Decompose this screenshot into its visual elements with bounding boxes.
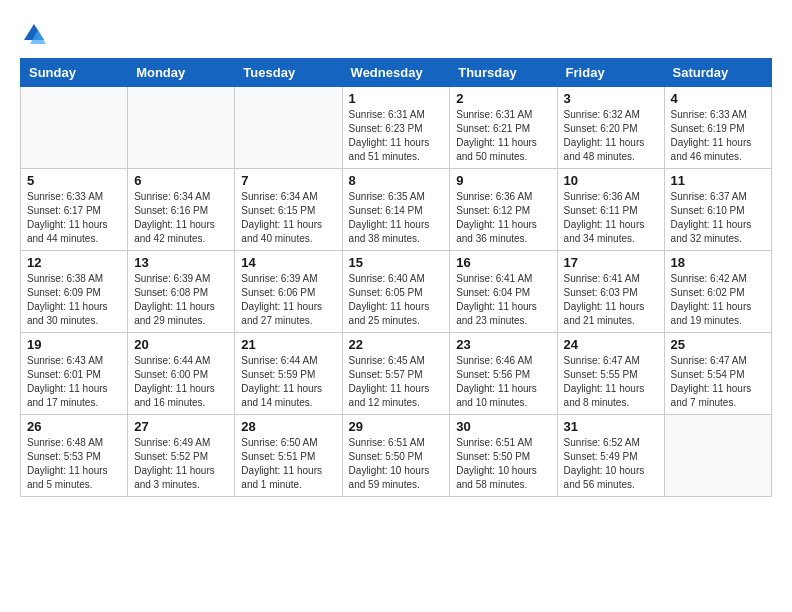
day-number: 17 bbox=[564, 255, 658, 270]
calendar-cell: 4Sunrise: 6:33 AM Sunset: 6:19 PM Daylig… bbox=[664, 87, 771, 169]
day-info: Sunrise: 6:31 AM Sunset: 6:23 PM Dayligh… bbox=[349, 108, 444, 164]
day-info: Sunrise: 6:40 AM Sunset: 6:05 PM Dayligh… bbox=[349, 272, 444, 328]
calendar-cell: 9Sunrise: 6:36 AM Sunset: 6:12 PM Daylig… bbox=[450, 169, 557, 251]
calendar-week-1: 1Sunrise: 6:31 AM Sunset: 6:23 PM Daylig… bbox=[21, 87, 772, 169]
weekday-header-tuesday: Tuesday bbox=[235, 59, 342, 87]
day-info: Sunrise: 6:34 AM Sunset: 6:16 PM Dayligh… bbox=[134, 190, 228, 246]
day-info: Sunrise: 6:47 AM Sunset: 5:54 PM Dayligh… bbox=[671, 354, 765, 410]
day-info: Sunrise: 6:31 AM Sunset: 6:21 PM Dayligh… bbox=[456, 108, 550, 164]
calendar-cell: 20Sunrise: 6:44 AM Sunset: 6:00 PM Dayli… bbox=[128, 333, 235, 415]
calendar-cell bbox=[128, 87, 235, 169]
day-number: 16 bbox=[456, 255, 550, 270]
day-number: 4 bbox=[671, 91, 765, 106]
day-info: Sunrise: 6:49 AM Sunset: 5:52 PM Dayligh… bbox=[134, 436, 228, 492]
day-number: 8 bbox=[349, 173, 444, 188]
weekday-header-sunday: Sunday bbox=[21, 59, 128, 87]
day-info: Sunrise: 6:50 AM Sunset: 5:51 PM Dayligh… bbox=[241, 436, 335, 492]
day-info: Sunrise: 6:39 AM Sunset: 6:08 PM Dayligh… bbox=[134, 272, 228, 328]
day-number: 3 bbox=[564, 91, 658, 106]
day-number: 15 bbox=[349, 255, 444, 270]
day-number: 28 bbox=[241, 419, 335, 434]
calendar-cell bbox=[664, 415, 771, 497]
logo-icon bbox=[20, 20, 48, 48]
calendar-cell: 29Sunrise: 6:51 AM Sunset: 5:50 PM Dayli… bbox=[342, 415, 450, 497]
day-number: 7 bbox=[241, 173, 335, 188]
day-number: 13 bbox=[134, 255, 228, 270]
day-info: Sunrise: 6:32 AM Sunset: 6:20 PM Dayligh… bbox=[564, 108, 658, 164]
weekday-header-wednesday: Wednesday bbox=[342, 59, 450, 87]
day-info: Sunrise: 6:42 AM Sunset: 6:02 PM Dayligh… bbox=[671, 272, 765, 328]
day-number: 23 bbox=[456, 337, 550, 352]
day-info: Sunrise: 6:44 AM Sunset: 5:59 PM Dayligh… bbox=[241, 354, 335, 410]
calendar-week-5: 26Sunrise: 6:48 AM Sunset: 5:53 PM Dayli… bbox=[21, 415, 772, 497]
day-number: 27 bbox=[134, 419, 228, 434]
calendar-cell: 24Sunrise: 6:47 AM Sunset: 5:55 PM Dayli… bbox=[557, 333, 664, 415]
calendar-cell bbox=[235, 87, 342, 169]
day-info: Sunrise: 6:52 AM Sunset: 5:49 PM Dayligh… bbox=[564, 436, 658, 492]
weekday-header-thursday: Thursday bbox=[450, 59, 557, 87]
day-number: 31 bbox=[564, 419, 658, 434]
calendar-cell: 8Sunrise: 6:35 AM Sunset: 6:14 PM Daylig… bbox=[342, 169, 450, 251]
calendar-cell: 13Sunrise: 6:39 AM Sunset: 6:08 PM Dayli… bbox=[128, 251, 235, 333]
day-info: Sunrise: 6:45 AM Sunset: 5:57 PM Dayligh… bbox=[349, 354, 444, 410]
day-info: Sunrise: 6:51 AM Sunset: 5:50 PM Dayligh… bbox=[349, 436, 444, 492]
calendar-cell: 22Sunrise: 6:45 AM Sunset: 5:57 PM Dayli… bbox=[342, 333, 450, 415]
day-number: 14 bbox=[241, 255, 335, 270]
weekday-header-friday: Friday bbox=[557, 59, 664, 87]
calendar-cell: 21Sunrise: 6:44 AM Sunset: 5:59 PM Dayli… bbox=[235, 333, 342, 415]
calendar-cell: 16Sunrise: 6:41 AM Sunset: 6:04 PM Dayli… bbox=[450, 251, 557, 333]
day-number: 9 bbox=[456, 173, 550, 188]
day-info: Sunrise: 6:43 AM Sunset: 6:01 PM Dayligh… bbox=[27, 354, 121, 410]
calendar-cell: 10Sunrise: 6:36 AM Sunset: 6:11 PM Dayli… bbox=[557, 169, 664, 251]
calendar-cell: 18Sunrise: 6:42 AM Sunset: 6:02 PM Dayli… bbox=[664, 251, 771, 333]
day-info: Sunrise: 6:33 AM Sunset: 6:19 PM Dayligh… bbox=[671, 108, 765, 164]
day-number: 11 bbox=[671, 173, 765, 188]
day-number: 20 bbox=[134, 337, 228, 352]
day-number: 26 bbox=[27, 419, 121, 434]
calendar-week-3: 12Sunrise: 6:38 AM Sunset: 6:09 PM Dayli… bbox=[21, 251, 772, 333]
day-number: 2 bbox=[456, 91, 550, 106]
day-info: Sunrise: 6:46 AM Sunset: 5:56 PM Dayligh… bbox=[456, 354, 550, 410]
calendar-cell: 15Sunrise: 6:40 AM Sunset: 6:05 PM Dayli… bbox=[342, 251, 450, 333]
day-number: 21 bbox=[241, 337, 335, 352]
day-info: Sunrise: 6:38 AM Sunset: 6:09 PM Dayligh… bbox=[27, 272, 121, 328]
calendar-cell: 27Sunrise: 6:49 AM Sunset: 5:52 PM Dayli… bbox=[128, 415, 235, 497]
day-info: Sunrise: 6:36 AM Sunset: 6:11 PM Dayligh… bbox=[564, 190, 658, 246]
day-info: Sunrise: 6:39 AM Sunset: 6:06 PM Dayligh… bbox=[241, 272, 335, 328]
day-info: Sunrise: 6:51 AM Sunset: 5:50 PM Dayligh… bbox=[456, 436, 550, 492]
calendar-cell: 11Sunrise: 6:37 AM Sunset: 6:10 PM Dayli… bbox=[664, 169, 771, 251]
calendar-cell bbox=[21, 87, 128, 169]
calendar-cell: 25Sunrise: 6:47 AM Sunset: 5:54 PM Dayli… bbox=[664, 333, 771, 415]
day-info: Sunrise: 6:41 AM Sunset: 6:04 PM Dayligh… bbox=[456, 272, 550, 328]
day-info: Sunrise: 6:34 AM Sunset: 6:15 PM Dayligh… bbox=[241, 190, 335, 246]
calendar-cell: 26Sunrise: 6:48 AM Sunset: 5:53 PM Dayli… bbox=[21, 415, 128, 497]
day-info: Sunrise: 6:36 AM Sunset: 6:12 PM Dayligh… bbox=[456, 190, 550, 246]
day-number: 25 bbox=[671, 337, 765, 352]
calendar-cell: 30Sunrise: 6:51 AM Sunset: 5:50 PM Dayli… bbox=[450, 415, 557, 497]
calendar-cell: 1Sunrise: 6:31 AM Sunset: 6:23 PM Daylig… bbox=[342, 87, 450, 169]
day-number: 22 bbox=[349, 337, 444, 352]
calendar-cell: 17Sunrise: 6:41 AM Sunset: 6:03 PM Dayli… bbox=[557, 251, 664, 333]
calendar-cell: 5Sunrise: 6:33 AM Sunset: 6:17 PM Daylig… bbox=[21, 169, 128, 251]
weekday-header-monday: Monday bbox=[128, 59, 235, 87]
day-number: 10 bbox=[564, 173, 658, 188]
day-number: 1 bbox=[349, 91, 444, 106]
day-number: 29 bbox=[349, 419, 444, 434]
calendar-week-4: 19Sunrise: 6:43 AM Sunset: 6:01 PM Dayli… bbox=[21, 333, 772, 415]
weekday-header-saturday: Saturday bbox=[664, 59, 771, 87]
day-number: 30 bbox=[456, 419, 550, 434]
day-info: Sunrise: 6:41 AM Sunset: 6:03 PM Dayligh… bbox=[564, 272, 658, 328]
calendar-cell: 2Sunrise: 6:31 AM Sunset: 6:21 PM Daylig… bbox=[450, 87, 557, 169]
day-number: 5 bbox=[27, 173, 121, 188]
calendar-cell: 19Sunrise: 6:43 AM Sunset: 6:01 PM Dayli… bbox=[21, 333, 128, 415]
calendar-table: SundayMondayTuesdayWednesdayThursdayFrid… bbox=[20, 58, 772, 497]
day-number: 24 bbox=[564, 337, 658, 352]
calendar-cell: 14Sunrise: 6:39 AM Sunset: 6:06 PM Dayli… bbox=[235, 251, 342, 333]
day-info: Sunrise: 6:35 AM Sunset: 6:14 PM Dayligh… bbox=[349, 190, 444, 246]
day-info: Sunrise: 6:33 AM Sunset: 6:17 PM Dayligh… bbox=[27, 190, 121, 246]
calendar-cell: 3Sunrise: 6:32 AM Sunset: 6:20 PM Daylig… bbox=[557, 87, 664, 169]
logo bbox=[20, 20, 52, 48]
day-number: 6 bbox=[134, 173, 228, 188]
day-info: Sunrise: 6:37 AM Sunset: 6:10 PM Dayligh… bbox=[671, 190, 765, 246]
calendar-cell: 23Sunrise: 6:46 AM Sunset: 5:56 PM Dayli… bbox=[450, 333, 557, 415]
